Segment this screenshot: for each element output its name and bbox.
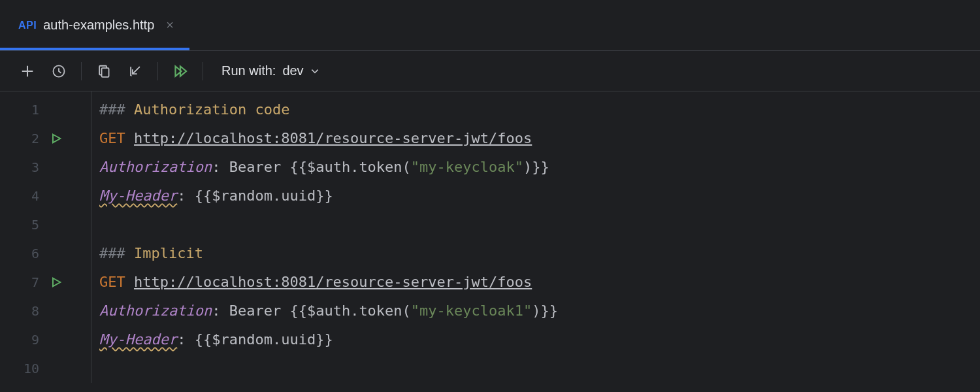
line-number: 6 <box>0 239 46 268</box>
template-open: {{ <box>195 331 212 348</box>
request-url: http://localhost:8081/resource-server-jw… <box>134 130 532 146</box>
template-expr: $auth.token( <box>307 302 411 319</box>
http-method: GET <box>99 130 134 146</box>
line-number: 8 <box>0 297 46 325</box>
request-url: http://localhost:8081/resource-server-jw… <box>134 274 532 290</box>
header-prefix: Bearer <box>229 302 290 319</box>
run-all-button[interactable] <box>166 57 195 86</box>
environment-value: dev <box>282 63 303 78</box>
template-close: }} <box>316 188 333 204</box>
gutter-row: 4 <box>0 182 91 210</box>
environment-selector[interactable]: Run with: dev <box>221 63 319 78</box>
line-number: 5 <box>0 210 46 239</box>
header-name: Authorization <box>99 159 212 175</box>
code-line[interactable]: My-Header: {{$random.uuid}} <box>99 325 558 354</box>
code-line[interactable]: GET http://localhost:8081/resource-serve… <box>99 268 558 297</box>
header-name: Authorization <box>99 302 212 319</box>
tab-bar: API auth-examples.http × <box>0 0 980 51</box>
line-number: 9 <box>0 325 46 354</box>
colon: : <box>177 188 195 204</box>
line-number: 3 <box>0 153 46 182</box>
template-open: {{ <box>289 302 307 319</box>
code-line[interactable]: Authorization: Bearer {{$auth.token("my-… <box>99 297 558 325</box>
header-prefix: Bearer <box>229 159 290 175</box>
gutter-row: 9 <box>0 325 91 354</box>
template-expr: $auth.token( <box>307 159 411 175</box>
close-icon[interactable]: × <box>166 18 174 33</box>
gutter-row: 8 <box>0 297 91 325</box>
toolbar-separator <box>81 62 82 80</box>
examples-button[interactable] <box>90 57 118 86</box>
line-number: 1 <box>0 95 46 124</box>
template-close: }} <box>316 331 333 348</box>
import-button[interactable] <box>121 57 150 86</box>
gutter-row: 10 <box>0 354 91 383</box>
template-expr: $random.uuid <box>212 331 316 348</box>
colon: : <box>177 331 195 348</box>
gutter-row: 1 <box>0 95 91 124</box>
header-name: My-Header <box>99 331 177 348</box>
history-button[interactable] <box>44 57 73 86</box>
colon: : <box>212 159 229 175</box>
section-title: Authorization code <box>134 101 289 118</box>
run-request-icon[interactable] <box>46 132 78 145</box>
run-request-icon[interactable] <box>46 276 78 289</box>
code-editor[interactable]: 12345678910 ### Authorization codeGET ht… <box>0 91 980 383</box>
code-line[interactable]: Authorization: Bearer {{$auth.token("my-… <box>99 153 558 182</box>
gutter-row: 5 <box>0 210 91 239</box>
template-after: ) <box>523 159 532 175</box>
template-open: {{ <box>195 188 212 204</box>
tab-active-indicator <box>0 48 189 50</box>
toolbar-separator <box>203 62 203 80</box>
gutter-row: 6 <box>0 239 91 268</box>
code-line[interactable]: My-Header: {{$random.uuid}} <box>99 182 558 210</box>
chevron-down-icon <box>310 67 319 76</box>
gutter-row: 7 <box>0 268 91 297</box>
gutter: 12345678910 <box>0 91 91 383</box>
code-line[interactable] <box>99 210 558 239</box>
tab-file[interactable]: API auth-examples.http × <box>0 0 189 50</box>
gutter-row: 3 <box>0 153 91 182</box>
line-number: 2 <box>0 124 46 153</box>
template-open: {{ <box>289 159 307 175</box>
tab-api-badge: API <box>18 20 37 31</box>
toolbar: Run with: dev <box>0 51 980 91</box>
code-area[interactable]: ### Authorization codeGET http://localho… <box>91 91 558 383</box>
http-method: GET <box>99 274 134 290</box>
colon: : <box>212 302 229 319</box>
section-hash: ### <box>99 101 134 118</box>
template-after: ) <box>532 302 540 319</box>
svg-rect-2 <box>102 68 109 77</box>
template-close: }} <box>541 302 559 319</box>
line-number: 4 <box>0 182 46 210</box>
template-close: }} <box>532 159 549 175</box>
code-line[interactable] <box>99 354 558 383</box>
string-literal: "my-keycloak" <box>411 159 523 175</box>
template-expr: $random.uuid <box>212 188 316 204</box>
line-number: 7 <box>0 268 46 297</box>
tab-filename: auth-examples.http <box>43 18 154 33</box>
run-with-label: Run with: <box>221 63 276 78</box>
toolbar-separator <box>157 62 158 80</box>
section-hash: ### <box>99 245 134 261</box>
string-literal: "my-keycloak1" <box>411 302 532 319</box>
code-line[interactable]: ### Implicit <box>99 239 558 268</box>
gutter-row: 2 <box>0 124 91 153</box>
code-line[interactable]: ### Authorization code <box>99 95 558 124</box>
code-line[interactable]: GET http://localhost:8081/resource-serve… <box>99 124 558 153</box>
add-request-button[interactable] <box>13 57 42 86</box>
header-name: My-Header <box>99 188 177 204</box>
section-title: Implicit <box>134 245 203 261</box>
line-number: 10 <box>0 354 46 383</box>
